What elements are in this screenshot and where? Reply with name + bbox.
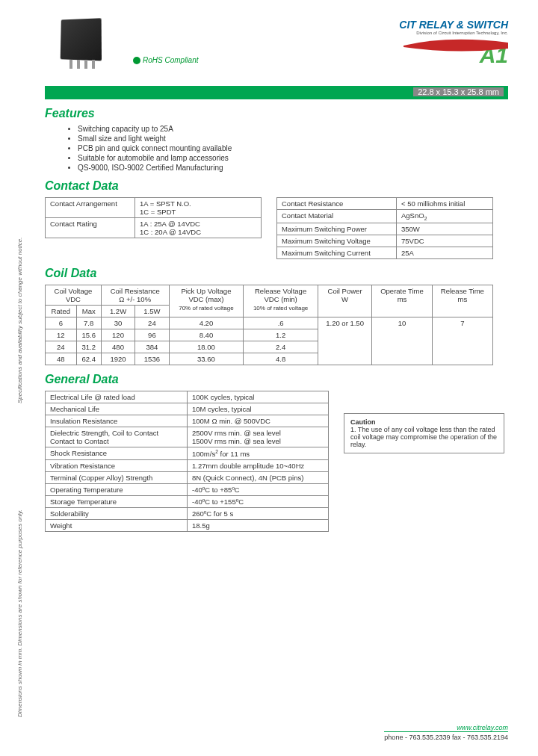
feature-item: Switching capacity up to 25A <box>78 125 508 133</box>
page: RoHS Compliant CIT RELAY & SWITCH Divisi… <box>0 0 538 547</box>
dimensions: 22.8 x 15.3 x 25.8 mm <box>413 87 504 96</box>
feature-item: PCB pin and quick connect mounting avail… <box>78 144 508 152</box>
features-title: Features <box>45 107 508 120</box>
rohs-label: RoHS Compliant <box>133 56 198 64</box>
header: RoHS Compliant CIT RELAY & SWITCH Divisi… <box>45 15 508 86</box>
brand-subtitle: Division of Circuit Interruption Technol… <box>329 31 508 35</box>
caution-box: Caution 1. The use of any coil voltage l… <box>344 413 504 453</box>
contact-title: Contact Data <box>45 179 508 193</box>
features-list: Switching capacity up to 25A Small size … <box>45 125 508 172</box>
general-title: General Data <box>45 373 508 386</box>
brand-logo: CIT RELAY & SWITCH <box>329 19 508 31</box>
logo-area: CIT RELAY & SWITCH Division of Circuit I… <box>329 19 508 68</box>
coil-table: Coil Voltage VDC Coil Resistance Ω +/- 1… <box>45 285 493 365</box>
feature-item: QS-9000, ISO-9002 Certified Manufacturin… <box>78 164 508 172</box>
side-note-dim: Dimensions shown in mm. Dimensions are s… <box>16 509 23 717</box>
general-table: Electrical Life @ rated load100K cycles,… <box>45 391 329 532</box>
dimension-bar: 22.8 x 15.3 x 25.8 mm <box>45 86 508 99</box>
contact-table-right: Contact Resistance< 50 milliohms initial… <box>276 197 493 259</box>
footer-phone: phone - 763.535.2339 fax - 763.535.2194 <box>384 734 508 741</box>
product-image <box>45 15 127 78</box>
side-note-spec: Specifications and availability subject … <box>16 238 23 403</box>
coil-title: Coil Data <box>45 267 508 280</box>
feature-item: Suitable for automobile and lamp accesso… <box>78 154 508 162</box>
footer: www.citrelay.com phone - 763.535.2339 fa… <box>384 724 508 741</box>
contact-table-left: Contact Arrangement1A = SPST N.O. 1C = S… <box>45 197 262 238</box>
caution-title: Caution <box>350 418 376 426</box>
rohs-icon <box>133 57 140 64</box>
footer-url: www.citrelay.com <box>384 724 508 731</box>
caution-text: 1. The use of any coil voltage less than… <box>350 426 497 448</box>
feature-item: Small size and light weight <box>78 134 508 143</box>
swoosh-icon <box>404 38 508 53</box>
